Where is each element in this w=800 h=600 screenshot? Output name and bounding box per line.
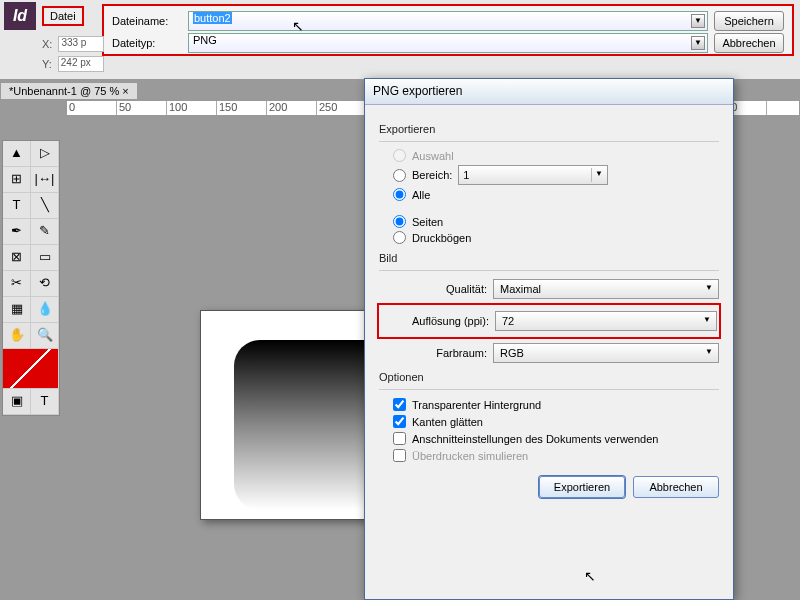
chevron-down-icon[interactable]: ▼ <box>691 36 705 50</box>
dialog-title: PNG exportieren <box>365 79 733 105</box>
app-logo: Id <box>4 2 36 30</box>
png-export-dialog: PNG exportieren Exportieren Auswahl Bere… <box>364 78 734 600</box>
format-text-icon[interactable]: T <box>31 389 59 414</box>
quality-select[interactable]: Maximal▼ <box>493 279 719 299</box>
resolution-select[interactable]: 72▼ <box>495 311 717 331</box>
resolution-label: Auflösung (ppi): <box>381 315 489 327</box>
label-spreads: Druckbögen <box>412 232 471 244</box>
export-button[interactable]: Exportieren <box>539 476 625 498</box>
chk-bleed[interactable] <box>393 432 406 445</box>
format-container-icon[interactable]: ▣ <box>3 389 31 414</box>
colorspace-select[interactable]: RGB▼ <box>493 343 719 363</box>
chevron-down-icon[interactable]: ▼ <box>700 314 714 328</box>
image-group-label: Bild <box>379 252 719 264</box>
options-group-label: Optionen <box>379 371 719 383</box>
toolbox: ▲▷ ⊞|↔| T╲ ✒✎ ⊠▭ ✂⟲ ▦💧 ✋🔍 ▣T <box>2 140 60 416</box>
scissors-tool-icon[interactable]: ✂ <box>3 271 31 296</box>
label-antialias: Kanten glätten <box>412 416 483 428</box>
filetype-select[interactable]: PNG▼ <box>188 33 708 53</box>
pencil-tool-icon[interactable]: ✎ <box>31 219 59 244</box>
coord-readout: X:333 p <box>42 36 104 52</box>
filetype-label: Dateityp: <box>112 37 182 49</box>
radio-selection <box>393 149 406 162</box>
file-save-bar: Dateiname: button2▼ Speichern Dateityp: … <box>102 4 794 56</box>
chk-transparent[interactable] <box>393 398 406 411</box>
chevron-down-icon[interactable]: ▼ <box>691 14 705 28</box>
zoom-tool-icon[interactable]: 🔍 <box>31 323 59 348</box>
radio-spreads[interactable] <box>393 231 406 244</box>
rect-tool-icon[interactable]: ▭ <box>31 245 59 270</box>
label-bleed: Anschnitteinstellungen des Dokuments ver… <box>412 433 658 445</box>
eyedropper-tool-icon[interactable]: 💧 <box>31 297 59 322</box>
pen-tool-icon[interactable]: ✒ <box>3 219 31 244</box>
filename-input[interactable]: button2▼ <box>188 11 708 31</box>
radio-range[interactable] <box>393 169 406 182</box>
y-coord[interactable]: 242 px <box>58 56 104 72</box>
selection-tool-icon[interactable]: ▲ <box>3 141 31 166</box>
hand-tool-icon[interactable]: ✋ <box>3 323 31 348</box>
save-button[interactable]: Speichern <box>714 11 784 31</box>
page-tool-icon[interactable]: ⊞ <box>3 167 31 192</box>
dialog-cancel-button[interactable]: Abbrechen <box>633 476 719 498</box>
chk-antialias[interactable] <box>393 415 406 428</box>
transform-tool-icon[interactable]: ⟲ <box>31 271 59 296</box>
cancel-button[interactable]: Abbrechen <box>714 33 784 53</box>
gap-tool-icon[interactable]: |↔| <box>31 167 59 192</box>
label-selection: Auswahl <box>412 150 454 162</box>
filename-label: Dateiname: <box>112 15 182 27</box>
document-tab[interactable]: *Unbenannt-1 @ 75 % × <box>0 82 138 100</box>
label-transparent: Transparenter Hintergrund <box>412 399 541 411</box>
menu-file[interactable]: Datei <box>42 6 84 26</box>
radio-all[interactable] <box>393 188 406 201</box>
chevron-down-icon[interactable]: ▼ <box>591 168 605 182</box>
line-tool-icon[interactable]: ╲ <box>31 193 59 218</box>
colorspace-label: Farbraum: <box>379 347 487 359</box>
label-range: Bereich: <box>412 169 452 181</box>
chk-overprint[interactable] <box>393 449 406 462</box>
label-overprint: Überdrucken simulieren <box>412 450 528 462</box>
export-group-label: Exportieren <box>379 123 719 135</box>
chevron-down-icon[interactable]: ▼ <box>702 346 716 360</box>
gradient-tool-icon[interactable]: ▦ <box>3 297 31 322</box>
coord-readout-y: Y:242 px <box>42 56 104 72</box>
top-bar: Id Datei Dateiname: button2▼ Speichern D… <box>0 0 800 80</box>
rect-frame-tool-icon[interactable]: ⊠ <box>3 245 31 270</box>
chevron-down-icon[interactable]: ▼ <box>702 282 716 296</box>
label-pages: Seiten <box>412 216 443 228</box>
range-select[interactable]: 1▼ <box>458 165 608 185</box>
radio-pages[interactable] <box>393 215 406 228</box>
direct-select-tool-icon[interactable]: ▷ <box>31 141 59 166</box>
type-tool-icon[interactable]: T <box>3 193 31 218</box>
resolution-highlight: Auflösung (ppi): 72▼ <box>377 303 721 339</box>
fill-stroke-icon[interactable] <box>3 349 59 388</box>
quality-label: Qualität: <box>379 283 487 295</box>
label-all: Alle <box>412 189 430 201</box>
x-coord[interactable]: 333 p <box>58 36 104 52</box>
